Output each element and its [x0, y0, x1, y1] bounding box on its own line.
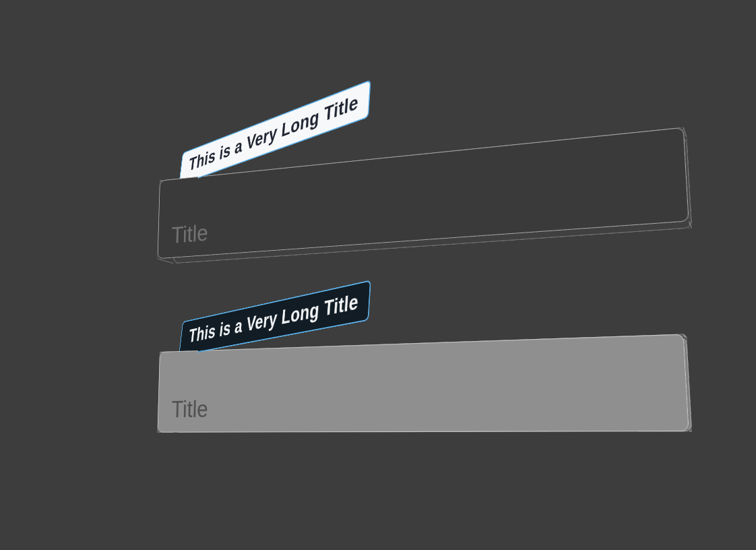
- text-input-light-variant[interactable]: Title This is a Very Long Title: [158, 334, 689, 433]
- text-input-dark-variant[interactable]: Title This is a Very Long Title: [158, 127, 689, 259]
- input-placeholder: Title: [171, 220, 208, 249]
- canvas: Title This is a Very Long Title Title Th…: [0, 0, 756, 550]
- input-placeholder: Title: [171, 396, 208, 423]
- tooltip-label-light[interactable]: This is a Very Long Title: [179, 280, 371, 356]
